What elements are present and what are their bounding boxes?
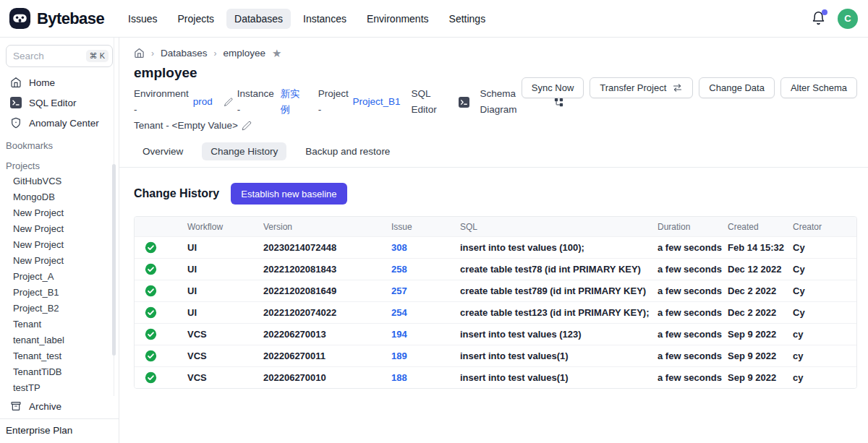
column-workflow: Workflow bbox=[187, 222, 263, 232]
page-actions: Sync Now Transfer Project Change Data Al… bbox=[522, 77, 857, 98]
cell-created: Sep 9 2022 bbox=[728, 350, 793, 361]
cell-duration: a few seconds bbox=[658, 350, 728, 361]
table-row[interactable]: UI 20221202081843 258 create table test7… bbox=[135, 258, 856, 280]
issue-link[interactable]: 258 bbox=[391, 264, 460, 275]
table-row[interactable]: VCS 202206270013 194 insert into test va… bbox=[135, 323, 856, 345]
instance-link[interactable]: 新实例 bbox=[280, 86, 307, 118]
notification-dot bbox=[822, 9, 827, 15]
cell-creator: cy bbox=[793, 329, 856, 340]
breadcrumb-home-icon[interactable] bbox=[134, 48, 145, 59]
sidebar-project-item[interactable]: Project_B1 bbox=[0, 285, 119, 301]
issue-link[interactable]: 257 bbox=[391, 285, 460, 296]
button-label: Sync Now bbox=[532, 82, 574, 93]
sidebar-project-item[interactable]: New Project bbox=[0, 253, 119, 269]
sidebar-project-item[interactable]: New Project bbox=[0, 237, 119, 253]
sidebar-item-archive[interactable]: Archive bbox=[0, 396, 119, 416]
cell-creator: Cy bbox=[793, 242, 856, 253]
nav-item-issues[interactable]: Issues bbox=[120, 9, 165, 29]
cell-version: 20221202081843 bbox=[263, 264, 391, 275]
search-input[interactable] bbox=[13, 51, 86, 61]
issue-link[interactable]: 188 bbox=[391, 372, 460, 383]
cell-duration: a few seconds bbox=[658, 285, 728, 296]
cell-workflow: VCS bbox=[187, 372, 263, 383]
environment-link[interactable]: prod bbox=[193, 94, 213, 110]
sidebar-project-item[interactable]: Tenant_test bbox=[0, 348, 119, 364]
avatar[interactable]: C bbox=[838, 9, 858, 29]
section-title: Change History bbox=[134, 187, 219, 200]
nav-item-databases[interactable]: Databases bbox=[226, 9, 291, 29]
sidebar-project-item[interactable]: TenantTiDB bbox=[0, 364, 119, 380]
sidebar-item-label: Archive bbox=[29, 401, 61, 412]
sidebar-project-item[interactable]: New Project bbox=[0, 205, 119, 221]
sidebar-project-item[interactable]: Project_B2 bbox=[0, 301, 119, 317]
sidebar-bottom: Archive Enterprise Plan bbox=[0, 396, 119, 443]
table-row[interactable]: VCS 202206270010 188 insert into test va… bbox=[135, 366, 856, 388]
tabs-divider bbox=[119, 167, 868, 168]
bytebase-logo[interactable]: Bytebase bbox=[9, 7, 104, 30]
breadcrumb-databases[interactable]: Databases bbox=[161, 48, 208, 59]
sidebar-project-item[interactable]: MongoDB bbox=[0, 189, 119, 205]
plan-label: Enterprise Plan bbox=[0, 419, 119, 443]
cell-version: 20221202074022 bbox=[263, 307, 391, 318]
sidebar-project-item[interactable]: Project_A bbox=[0, 269, 119, 285]
cell-creator: cy bbox=[793, 350, 856, 361]
cell-sql: insert into test values (100); bbox=[460, 242, 658, 253]
sidebar-item-label: Home bbox=[29, 77, 55, 88]
sidebar-item-label: SQL Editor bbox=[29, 98, 77, 108]
database-tabs: Overview Change History Backup and resto… bbox=[134, 142, 868, 160]
cell-sql: insert into test values(1) bbox=[460, 372, 658, 383]
cell-workflow: VCS bbox=[187, 329, 263, 340]
issue-link[interactable]: 194 bbox=[391, 329, 460, 340]
nav-item-projects[interactable]: Projects bbox=[170, 9, 223, 29]
project-link[interactable]: Project_B1 bbox=[352, 94, 400, 110]
sync-now-button[interactable]: Sync Now bbox=[522, 77, 584, 98]
main-nav: Issues Projects Databases Instances Envi… bbox=[120, 9, 493, 29]
brand-name: Bytebase bbox=[37, 9, 104, 28]
sidebar-item-sql-editor[interactable]: SQL Editor bbox=[0, 93, 119, 113]
sidebar-item-home[interactable]: Home bbox=[0, 72, 119, 93]
cell-created: Feb 14 15:32 bbox=[728, 242, 793, 253]
button-label: Alter Schema bbox=[791, 82, 847, 93]
establish-baseline-button[interactable]: Establish new baseline bbox=[231, 183, 346, 205]
sql-editor-link[interactable]: SQL Editor bbox=[411, 86, 469, 118]
sidebar-scrollbar[interactable] bbox=[112, 164, 116, 356]
sidebar-project-item[interactable]: tenant_label bbox=[0, 332, 119, 348]
cell-created: Sep 9 2022 bbox=[728, 372, 793, 383]
nav-item-settings[interactable]: Settings bbox=[441, 9, 494, 29]
sidebar-project-item[interactable]: GitHubVCS bbox=[0, 173, 119, 189]
nav-item-environments[interactable]: Environments bbox=[359, 9, 437, 29]
change-data-button[interactable]: Change Data bbox=[699, 77, 775, 98]
cell-version: 202206270011 bbox=[263, 350, 391, 361]
breadcrumb-current: employee bbox=[224, 48, 266, 59]
table-row[interactable]: VCS 202206270011 189 insert into test va… bbox=[135, 345, 856, 366]
tab-backup-and-restore[interactable]: Backup and restore bbox=[297, 142, 399, 160]
success-check-icon bbox=[135, 371, 187, 384]
alter-schema-button[interactable]: Alter Schema bbox=[780, 77, 857, 98]
column-duration: Duration bbox=[658, 222, 728, 232]
transfer-arrows-icon bbox=[672, 82, 683, 93]
notification-bell-icon[interactable] bbox=[811, 11, 827, 27]
issue-link[interactable]: 254 bbox=[391, 307, 460, 318]
sidebar-item-anomaly-center[interactable]: Anomaly Center bbox=[0, 113, 119, 133]
project-list: GitHubVCS MongoDB New Project New Projec… bbox=[0, 173, 119, 412]
bookmark-star-icon[interactable]: ★ bbox=[272, 48, 281, 59]
issue-link[interactable]: 308 bbox=[391, 242, 460, 253]
cell-sql: create table test123 (id int PRIMARY KEY… bbox=[460, 307, 658, 318]
tab-change-history[interactable]: Change History bbox=[202, 142, 286, 160]
sidebar-project-item[interactable]: New Project bbox=[0, 221, 119, 237]
sidebar-project-item[interactable]: testTP bbox=[0, 380, 119, 396]
nav-item-instances[interactable]: Instances bbox=[295, 9, 354, 29]
archive-icon bbox=[10, 400, 22, 412]
table-row[interactable]: UI 20221202081649 257 create table test7… bbox=[135, 280, 856, 301]
change-history-header: Change History Establish new baseline bbox=[134, 183, 868, 205]
pencil-icon[interactable] bbox=[242, 121, 252, 131]
table-row[interactable]: UI 20230214072448 308 insert into test v… bbox=[135, 236, 856, 258]
shield-icon bbox=[10, 117, 22, 129]
cell-creator: Cy bbox=[793, 307, 856, 318]
issue-link[interactable]: 189 bbox=[391, 350, 460, 361]
sidebar-project-item[interactable]: Tenant bbox=[0, 317, 119, 332]
table-row[interactable]: UI 20221202074022 254 create table test1… bbox=[135, 301, 856, 323]
cell-workflow: VCS bbox=[187, 350, 263, 361]
tab-overview[interactable]: Overview bbox=[134, 142, 192, 160]
transfer-project-button[interactable]: Transfer Project bbox=[590, 77, 693, 98]
